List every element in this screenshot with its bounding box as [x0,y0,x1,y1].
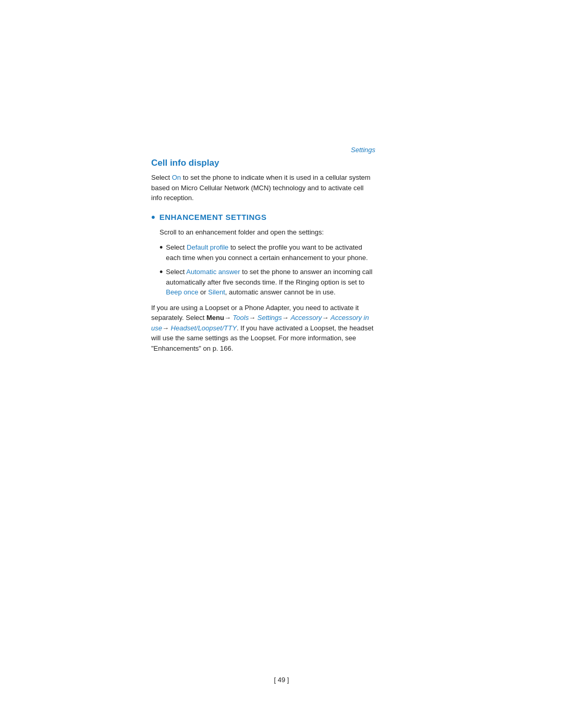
default-profile-link[interactable]: Default profile [187,243,228,251]
cell-info-pre: Select [151,174,172,181]
page-number: [ 49 ] [274,676,289,684]
note-paragraph: If you are using a Loopset or a Phone Ad… [151,303,375,354]
enhancement-section: • ENHANCEMENT SETTINGS Scroll to an enha… [151,213,375,354]
on-link[interactable]: On [172,174,181,181]
settings-link[interactable]: Settings [258,314,282,322]
bullet-item-1: • Select Default profile to select the p… [160,242,375,263]
bullet2-pre: Select [166,268,186,276]
automatic-answer-link[interactable]: Automatic answer [186,268,240,276]
content-area: Settings Cell info display Select On to … [151,146,375,353]
note-arr3: → [282,314,291,322]
beep-once-link[interactable]: Beep once [166,288,198,296]
bullet2-or: or [198,288,208,296]
enhancement-bullet-list: • Select Default profile to select the p… [151,242,375,298]
cell-info-body: Select On to set the phone to indicate w… [151,172,375,203]
bullet1-pre: Select [166,243,187,251]
bullet-content-1: Select Default profile to select the pro… [166,242,375,263]
settings-text: Settings [351,146,375,154]
bullet-item-2: • Select Automatic answer to set the pho… [160,267,375,298]
note-arr5: → [162,324,171,332]
enhancement-title: ENHANCEMENT SETTINGS [160,213,267,221]
bullet-dot-1: • [160,242,163,254]
silent-link[interactable]: Silent [208,288,225,296]
cell-info-section: Cell info display Select On to set the p… [151,158,375,203]
enhancement-bullet: • [151,212,155,223]
menu-bold: Menu [206,314,224,322]
enhancement-intro: Scroll to an enhancement folder and open… [151,227,375,238]
cell-info-title: Cell info display [151,158,375,168]
page: Settings Cell info display Select On to … [0,0,563,728]
bullet2-end: , automatic answer cannot be in use. [225,288,336,296]
tools-link[interactable]: Tools [233,314,249,322]
accessory-link[interactable]: Accessory [290,314,322,322]
cell-info-post: to set the phone to indicate when it is … [151,174,371,202]
settings-label: Settings [151,146,375,154]
note-arr4: → [322,314,331,322]
note-arr2: → [249,314,258,322]
bullet-dot-2: • [160,267,163,278]
bullet-content-2: Select Automatic answer to set the phone… [166,267,375,298]
headset-loopset-link[interactable]: Headset/Loopset/TTY [171,324,237,332]
note-arr1: → [224,314,233,322]
enhancement-header: • ENHANCEMENT SETTINGS [151,213,375,223]
